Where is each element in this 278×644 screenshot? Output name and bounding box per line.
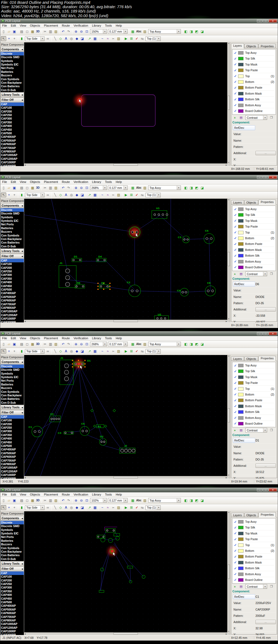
component-group-item[interactable]: Discrete	[1, 365, 24, 368]
print-icon[interactable]: ▤	[19, 498, 24, 503]
select-tool-icon[interactable]: ↖	[1, 349, 6, 354]
layer-visible-check-icon[interactable]: ✓	[233, 51, 238, 55]
layer-stack-icon[interactable]: ❐	[269, 272, 274, 276]
grid-toggle-icon[interactable]: ▦	[92, 505, 98, 510]
place-shape-icon[interactable]: ◇	[58, 349, 63, 354]
layer-color-swatch[interactable]	[238, 532, 244, 535]
close-button[interactable]: ✕	[269, 488, 277, 491]
layer-visible-check-icon[interactable]: ✓	[233, 248, 238, 252]
pattern-item[interactable]: CAP350	[1, 590, 24, 593]
component-group-item[interactable]: Net Ports	[1, 223, 24, 226]
edit-layers-icon[interactable]: ▤	[239, 428, 244, 433]
layer-row[interactable]: ✓ Top Paste	[233, 536, 275, 542]
filter-header[interactable]: Filter Off ◀	[1, 410, 24, 415]
layer-visible-check-icon[interactable]: ✓	[233, 555, 238, 559]
layer-color-swatch[interactable]	[238, 410, 244, 414]
copy-icon[interactable]: ▥	[48, 342, 53, 347]
copy-icon[interactable]: ▥	[48, 185, 53, 190]
additional-button[interactable]: ...	[255, 307, 276, 312]
layer-row[interactable]: ✓ Top (1)	[233, 229, 275, 235]
current-layer-select[interactable]: Top (1) ▼	[146, 505, 161, 510]
run-autorouter-icon[interactable]: ▶	[123, 192, 129, 197]
layer-color-swatch[interactable]	[238, 242, 244, 246]
pattern-item[interactable]: CAP450	[1, 441, 24, 444]
renumber-icon[interactable]: №	[140, 505, 145, 510]
component-group-item[interactable]: Buzzers	[1, 386, 24, 390]
vertical-scroll-thumb[interactable]	[228, 408, 230, 422]
layer-color-swatch[interactable]	[238, 254, 244, 257]
component-group-item[interactable]: Discrete SMD	[1, 524, 24, 528]
pattern-item[interactable]: CAP200	[1, 266, 24, 270]
component-group-item[interactable]: Batteries	[1, 70, 24, 74]
find-component-icon[interactable]: ∞	[45, 36, 50, 41]
pattern-item[interactable]: CAP700AP	[1, 459, 24, 462]
layer-visible-check-icon[interactable]: ✓	[233, 57, 238, 61]
unroute-icon[interactable]: ✂	[110, 192, 116, 197]
layer-row[interactable]: ✓ Bottom Silk	[233, 97, 275, 102]
scroll-right-icon[interactable]: ▶	[226, 320, 227, 322]
filter-header[interactable]: Filter Off ◀	[1, 98, 24, 102]
pattern-item[interactable]: CAP1000AP	[1, 153, 24, 157]
pattern-item[interactable]: CAP100	[1, 106, 24, 110]
layer-visible-check-icon[interactable]: ✓	[233, 578, 238, 582]
place-text-icon[interactable]: A	[63, 36, 69, 41]
edit-layers-icon[interactable]: ▤	[239, 116, 244, 120]
titleblock-icon[interactable]: ▦	[30, 185, 35, 190]
scroll-up-icon[interactable]: ▲	[228, 355, 230, 357]
scroll-right-icon[interactable]: ▶	[226, 633, 227, 635]
layer-color-swatch[interactable]	[238, 51, 244, 55]
layer-color-swatch[interactable]	[238, 225, 244, 228]
pattern-item[interactable]: CAP350	[1, 277, 24, 281]
menu-item[interactable]: Route	[60, 180, 72, 183]
layer-row[interactable]: ✓ Bottom (2)	[233, 392, 275, 397]
layer-visible-check-icon[interactable]: ✓	[233, 103, 238, 107]
zoom-in-icon[interactable]: ⊕	[73, 29, 79, 34]
place-shape-icon[interactable]: ◇	[58, 505, 63, 510]
print-preview-icon[interactable]: ◻	[24, 498, 30, 503]
pattern-item[interactable]: CAP600AP	[1, 142, 24, 146]
ratline-tool-icon[interactable]: ~	[100, 505, 105, 510]
place-polygon-icon[interactable]: ◆	[74, 505, 80, 510]
layer-row[interactable]: ✓ Top Assy	[233, 50, 275, 56]
library-tools-header[interactable]: Library Tools ◀	[1, 249, 24, 253]
renumber-icon[interactable]: №	[140, 192, 145, 197]
layer-row[interactable]: ✓ Bottom (2)	[233, 235, 275, 241]
component-group-item[interactable]: Con Batteries	[1, 241, 24, 244]
layer-row[interactable]: ✓ Board Outline	[233, 577, 275, 583]
scroll-up-icon[interactable]: ▲	[228, 511, 230, 513]
layer-color-swatch[interactable]	[238, 219, 244, 223]
drc-check-icon[interactable]: ✓	[134, 36, 140, 41]
pattern-item[interactable]: CAP250	[1, 270, 24, 273]
layer-visible-check-icon[interactable]: ✓	[233, 265, 238, 269]
component-group-item[interactable]: Net Ports	[1, 535, 24, 539]
scroll-left-icon[interactable]: ◀	[24, 633, 26, 635]
pattern-item[interactable]: CAP300	[1, 430, 24, 433]
layer-color-swatch[interactable]	[238, 578, 244, 582]
assembly-layer-select[interactable]: Top Assy ▼	[148, 29, 181, 34]
place-polygon-icon[interactable]: ◆	[74, 192, 80, 197]
route-trace-icon[interactable]: ≈	[105, 192, 110, 197]
layer-visible-check-icon[interactable]: ✓	[233, 572, 238, 576]
board-information-icon[interactable]: ◩	[194, 498, 200, 503]
pattern-item[interactable]: CAP250	[1, 113, 24, 117]
close-button[interactable]: ✕	[269, 332, 277, 335]
pattern-item[interactable]: CAP400	[1, 281, 24, 284]
pattern-item[interactable]: CAP700AP	[1, 615, 24, 619]
add-layer-icon[interactable]: +	[232, 272, 237, 276]
library-tools-header[interactable]: Library Tools ◀	[1, 561, 24, 566]
contrast-select[interactable]: Contrast ▼	[245, 115, 267, 120]
cut-icon[interactable]: ✂	[42, 185, 48, 190]
route-manager-icon[interactable]: ◨	[189, 498, 194, 503]
refdes-label[interactable]: RefDes:	[233, 282, 255, 287]
layer-visible-check-icon[interactable]: ✓	[233, 213, 238, 217]
pattern-item[interactable]: CAP450	[1, 597, 24, 601]
maximize-button[interactable]: □	[263, 332, 268, 335]
zoom-select[interactable]: 268% ▼	[90, 185, 107, 190]
layer-visible-check-icon[interactable]: ✓	[233, 369, 238, 373]
pattern-item[interactable]: CAP350	[1, 121, 24, 124]
pattern-editor-icon[interactable]: ▦	[130, 185, 135, 190]
horizontal-scroll-thumb[interactable]	[113, 320, 138, 322]
panelizing-icon[interactable]: ◪	[200, 185, 205, 190]
undo-icon[interactable]: ↶	[61, 29, 66, 34]
grid-select[interactable]: 0.127 mm ▼	[108, 29, 128, 34]
